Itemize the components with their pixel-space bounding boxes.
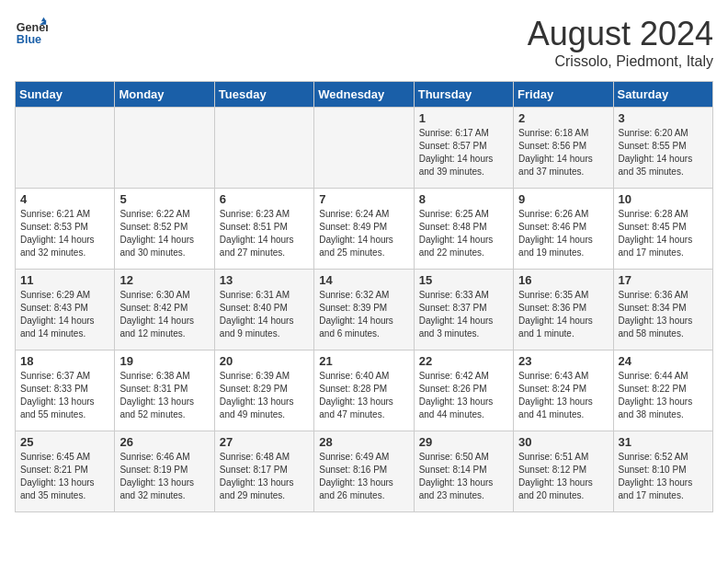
day-number: 23 <box>518 354 608 368</box>
day-number: 28 <box>319 435 408 449</box>
day-number: 15 <box>419 273 508 287</box>
calendar-cell <box>214 108 313 189</box>
day-info: Sunrise: 6:38 AM Sunset: 8:31 PM Dayligh… <box>119 370 209 421</box>
day-info: Sunrise: 6:23 AM Sunset: 8:51 PM Dayligh… <box>220 208 309 259</box>
calendar-cell: 4Sunrise: 6:21 AM Sunset: 8:53 PM Daylig… <box>16 189 115 270</box>
day-info: Sunrise: 6:17 AM Sunset: 8:57 PM Dayligh… <box>419 127 508 178</box>
calendar-cell: 17Sunrise: 6:36 AM Sunset: 8:34 PM Dayli… <box>613 270 712 350</box>
calendar-cell <box>16 108 115 189</box>
day-info: Sunrise: 6:44 AM Sunset: 8:22 PM Dayligh… <box>619 370 708 421</box>
calendar-table: SundayMondayTuesdayWednesdayThursdayFrid… <box>15 81 713 512</box>
calendar-cell: 1Sunrise: 6:17 AM Sunset: 8:57 PM Daylig… <box>414 108 513 189</box>
day-info: Sunrise: 6:48 AM Sunset: 8:17 PM Dayligh… <box>220 451 309 502</box>
title-block: August 2024 Crissolo, Piedmont, Italy <box>528 15 713 70</box>
day-number: 17 <box>619 273 708 287</box>
calendar-cell: 14Sunrise: 6:32 AM Sunset: 8:39 PM Dayli… <box>314 270 414 350</box>
week-row-4: 18Sunrise: 6:37 AM Sunset: 8:33 PM Dayli… <box>16 350 713 431</box>
day-number: 13 <box>220 273 309 287</box>
day-number: 19 <box>119 354 209 368</box>
day-info: Sunrise: 6:51 AM Sunset: 8:12 PM Dayligh… <box>518 451 608 502</box>
calendar-cell: 29Sunrise: 6:50 AM Sunset: 8:14 PM Dayli… <box>414 431 513 512</box>
day-info: Sunrise: 6:32 AM Sunset: 8:39 PM Dayligh… <box>319 289 408 340</box>
week-row-1: 1Sunrise: 6:17 AM Sunset: 8:57 PM Daylig… <box>16 108 713 189</box>
calendar-cell: 12Sunrise: 6:30 AM Sunset: 8:42 PM Dayli… <box>115 270 214 350</box>
day-number: 4 <box>20 192 109 206</box>
day-info: Sunrise: 6:37 AM Sunset: 8:33 PM Dayligh… <box>20 370 109 421</box>
calendar-cell: 9Sunrise: 6:26 AM Sunset: 8:46 PM Daylig… <box>514 189 613 270</box>
weekday-header-saturday: Saturday <box>613 82 712 108</box>
day-number: 21 <box>319 354 408 368</box>
calendar-cell: 24Sunrise: 6:44 AM Sunset: 8:22 PM Dayli… <box>613 350 712 431</box>
week-row-3: 11Sunrise: 6:29 AM Sunset: 8:43 PM Dayli… <box>16 270 713 350</box>
calendar-cell: 11Sunrise: 6:29 AM Sunset: 8:43 PM Dayli… <box>16 270 115 350</box>
week-row-2: 4Sunrise: 6:21 AM Sunset: 8:53 PM Daylig… <box>16 189 713 270</box>
day-number: 24 <box>619 354 708 368</box>
location-subtitle: Crissolo, Piedmont, Italy <box>528 53 713 70</box>
logo-icon: General Blue <box>15 15 48 48</box>
calendar-cell: 6Sunrise: 6:23 AM Sunset: 8:51 PM Daylig… <box>214 189 313 270</box>
day-number: 6 <box>220 192 309 206</box>
calendar-cell: 28Sunrise: 6:49 AM Sunset: 8:16 PM Dayli… <box>314 431 414 512</box>
day-info: Sunrise: 6:43 AM Sunset: 8:24 PM Dayligh… <box>518 370 608 421</box>
calendar-cell: 26Sunrise: 6:46 AM Sunset: 8:19 PM Dayli… <box>115 431 214 512</box>
day-info: Sunrise: 6:25 AM Sunset: 8:48 PM Dayligh… <box>419 208 508 259</box>
day-number: 5 <box>119 192 209 206</box>
calendar-cell <box>314 108 414 189</box>
calendar-cell: 18Sunrise: 6:37 AM Sunset: 8:33 PM Dayli… <box>16 350 115 431</box>
day-info: Sunrise: 6:22 AM Sunset: 8:52 PM Dayligh… <box>119 208 209 259</box>
day-info: Sunrise: 6:28 AM Sunset: 8:45 PM Dayligh… <box>619 208 708 259</box>
day-number: 14 <box>319 273 408 287</box>
day-info: Sunrise: 6:50 AM Sunset: 8:14 PM Dayligh… <box>419 451 508 502</box>
calendar-cell: 25Sunrise: 6:45 AM Sunset: 8:21 PM Dayli… <box>16 431 115 512</box>
day-number: 20 <box>220 354 309 368</box>
calendar-cell: 22Sunrise: 6:42 AM Sunset: 8:26 PM Dayli… <box>414 350 513 431</box>
calendar-cell: 16Sunrise: 6:35 AM Sunset: 8:36 PM Dayli… <box>514 270 613 350</box>
week-row-5: 25Sunrise: 6:45 AM Sunset: 8:21 PM Dayli… <box>16 431 713 512</box>
day-info: Sunrise: 6:52 AM Sunset: 8:10 PM Dayligh… <box>619 451 708 502</box>
day-info: Sunrise: 6:31 AM Sunset: 8:40 PM Dayligh… <box>220 289 309 340</box>
page-header: General Blue August 2024 Crissolo, Piedm… <box>15 15 713 70</box>
day-number: 7 <box>319 192 408 206</box>
calendar-cell: 20Sunrise: 6:39 AM Sunset: 8:29 PM Dayli… <box>214 350 313 431</box>
day-number: 27 <box>220 435 309 449</box>
calendar-cell: 3Sunrise: 6:20 AM Sunset: 8:55 PM Daylig… <box>613 108 712 189</box>
day-number: 2 <box>518 111 608 125</box>
day-number: 1 <box>419 111 508 125</box>
day-info: Sunrise: 6:26 AM Sunset: 8:46 PM Dayligh… <box>518 208 608 259</box>
day-info: Sunrise: 6:18 AM Sunset: 8:56 PM Dayligh… <box>518 127 608 178</box>
day-info: Sunrise: 6:35 AM Sunset: 8:36 PM Dayligh… <box>518 289 608 340</box>
day-number: 11 <box>20 273 109 287</box>
calendar-cell: 21Sunrise: 6:40 AM Sunset: 8:28 PM Dayli… <box>314 350 414 431</box>
day-info: Sunrise: 6:21 AM Sunset: 8:53 PM Dayligh… <box>20 208 109 259</box>
calendar-cell: 7Sunrise: 6:24 AM Sunset: 8:49 PM Daylig… <box>314 189 414 270</box>
calendar-cell: 8Sunrise: 6:25 AM Sunset: 8:48 PM Daylig… <box>414 189 513 270</box>
day-number: 26 <box>119 435 209 449</box>
day-info: Sunrise: 6:39 AM Sunset: 8:29 PM Dayligh… <box>220 370 309 421</box>
day-info: Sunrise: 6:36 AM Sunset: 8:34 PM Dayligh… <box>619 289 708 340</box>
calendar-cell <box>115 108 214 189</box>
svg-text:Blue: Blue <box>17 33 41 46</box>
day-info: Sunrise: 6:40 AM Sunset: 8:28 PM Dayligh… <box>319 370 408 421</box>
day-number: 29 <box>419 435 508 449</box>
day-number: 8 <box>419 192 508 206</box>
day-number: 10 <box>619 192 708 206</box>
day-number: 12 <box>119 273 209 287</box>
day-info: Sunrise: 6:45 AM Sunset: 8:21 PM Dayligh… <box>20 451 109 502</box>
calendar-cell: 5Sunrise: 6:22 AM Sunset: 8:52 PM Daylig… <box>115 189 214 270</box>
day-number: 30 <box>518 435 608 449</box>
day-number: 22 <box>419 354 508 368</box>
day-info: Sunrise: 6:42 AM Sunset: 8:26 PM Dayligh… <box>419 370 508 421</box>
day-info: Sunrise: 6:46 AM Sunset: 8:19 PM Dayligh… <box>119 451 209 502</box>
day-info: Sunrise: 6:24 AM Sunset: 8:49 PM Dayligh… <box>319 208 408 259</box>
day-info: Sunrise: 6:49 AM Sunset: 8:16 PM Dayligh… <box>319 451 408 502</box>
month-title: August 2024 <box>528 15 713 53</box>
weekday-header-monday: Monday <box>115 82 214 108</box>
calendar-cell: 2Sunrise: 6:18 AM Sunset: 8:56 PM Daylig… <box>514 108 613 189</box>
day-number: 18 <box>20 354 109 368</box>
weekday-header-tuesday: Tuesday <box>214 82 313 108</box>
calendar-cell: 15Sunrise: 6:33 AM Sunset: 8:37 PM Dayli… <box>414 270 513 350</box>
calendar-cell: 13Sunrise: 6:31 AM Sunset: 8:40 PM Dayli… <box>214 270 313 350</box>
weekday-header-row: SundayMondayTuesdayWednesdayThursdayFrid… <box>16 82 713 108</box>
day-info: Sunrise: 6:30 AM Sunset: 8:42 PM Dayligh… <box>119 289 209 340</box>
weekday-header-thursday: Thursday <box>414 82 513 108</box>
